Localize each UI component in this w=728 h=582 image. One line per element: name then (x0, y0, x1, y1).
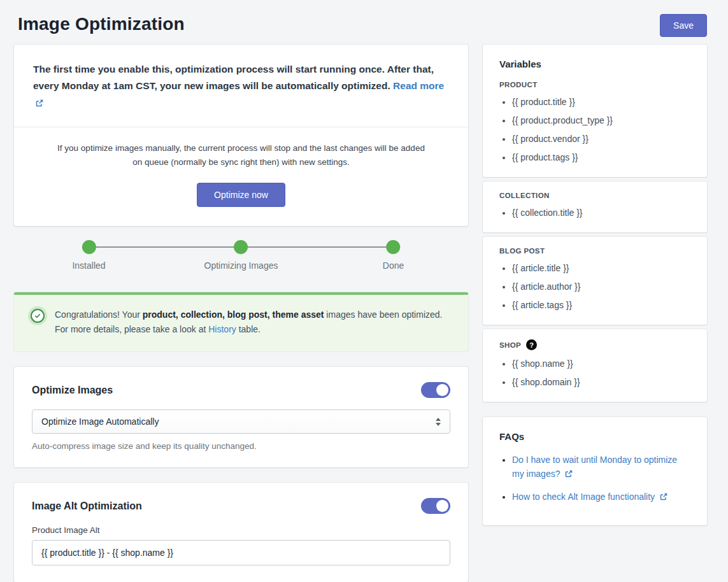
variables-group-blog-post: BLOG POST{{ article.title }}{{ article.a… (499, 247, 690, 310)
page-title: Image Optimization (18, 14, 185, 34)
variable-item: {{ product.vendor }} (512, 134, 690, 144)
banner-bold-items: product, collection, blog post, theme as… (143, 309, 324, 320)
step-label: Optimizing Images (204, 260, 278, 271)
variable-group-label: SHOP? (499, 339, 690, 350)
variable-item: {{ product.product_type }} (512, 115, 690, 125)
variable-list: {{ article.title }}{{ article.author }}{… (499, 263, 690, 310)
banner-suffix: table. (236, 324, 261, 334)
variable-item: {{ product.title }} (512, 97, 690, 107)
product-image-alt-label: Product Image Alt (32, 525, 450, 535)
shop-help-icon[interactable]: ? (526, 339, 537, 350)
banner-prefix: Congratulations! Your (55, 309, 143, 320)
variable-item: {{ article.author }} (512, 281, 690, 292)
success-check-icon (31, 309, 45, 323)
variable-item: {{ article.tags }} (512, 300, 690, 310)
variables-block: Variables PRODUCT{{ product.title }}{{ p… (483, 45, 707, 177)
optimize-mode-select[interactable]: Optimize Image Automatically (32, 409, 450, 434)
variable-item: {{ collection.title }} (512, 208, 690, 218)
variables-block: BLOG POST{{ article.title }}{{ article.a… (483, 237, 707, 325)
intro-text-body: The first time you enable this, optimiza… (33, 64, 434, 91)
variable-list: {{ shop.name }}{{ shop.domain }} (499, 358, 690, 387)
external-link-icon (660, 493, 667, 500)
main-column: The first time you enable this, optimiza… (14, 45, 468, 582)
intro-text: The first time you enable this, optimiza… (33, 61, 446, 111)
side-column: Variables PRODUCT{{ product.title }}{{ p… (483, 45, 707, 525)
intro-card-manual-section: If you optimize images manually, the cur… (14, 127, 468, 226)
variables-block: SHOP?{{ shop.name }}{{ shop.domain }} (483, 329, 707, 402)
variable-item: {{ article.title }} (512, 263, 690, 273)
image-optimization-page: Image Optimization Save The first time y… (0, 0, 728, 582)
stepper-step: Done (383, 240, 404, 271)
step-label: Installed (72, 260, 105, 271)
image-alt-card: Image Alt Optimization Product Image Alt (14, 483, 468, 582)
step-label: Done (383, 260, 404, 271)
faqs-panel: FAQs Do I have to wait until Monday to o… (483, 417, 707, 525)
variable-item: {{ product.tags }} (512, 152, 690, 162)
save-button[interactable]: Save (660, 14, 707, 37)
optimize-mode-selected-value: Optimize Image Automatically (41, 416, 159, 427)
success-banner-text: Congratulations! Your product, collectio… (55, 308, 443, 338)
history-link[interactable]: History (208, 324, 236, 334)
faq-item: How to check Alt Image functionality (512, 490, 690, 504)
variable-item: {{ shop.domain }} (512, 377, 690, 387)
manual-optimize-text: If you optimize images manually, the cur… (55, 141, 427, 170)
variables-block: COLLECTION{{ collection.title }} (483, 181, 707, 232)
faqs-title: FAQs (499, 431, 690, 442)
faq-link[interactable]: Do I have to wait until Monday to optimi… (512, 455, 677, 479)
variables-group-product: PRODUCT{{ product.title }}{{ product.pro… (499, 81, 690, 162)
stepper-step: Optimizing Images (204, 240, 278, 271)
success-banner: Congratulations! Your product, collectio… (14, 292, 468, 352)
external-link-icon (36, 99, 43, 107)
optimize-now-button[interactable]: Optimize now (197, 183, 285, 207)
variable-list: {{ product.title }}{{ product.product_ty… (499, 97, 690, 162)
external-link-icon (565, 470, 573, 478)
select-caret-icon (436, 418, 441, 426)
optimize-images-toggle[interactable] (421, 382, 450, 398)
step-dot-icon (387, 240, 401, 254)
faq-item: Do I have to wait until Monday to optimi… (512, 453, 690, 481)
variables-title: Variables (499, 59, 690, 69)
optimize-images-helper-text: Auto-compress image size and keep its qu… (32, 441, 450, 451)
step-dot-icon (82, 240, 96, 254)
progress-stepper: InstalledOptimizing ImagesDone (89, 240, 394, 280)
toggle-knob (436, 384, 448, 396)
image-alt-title: Image Alt Optimization (32, 500, 142, 512)
variable-list: {{ collection.title }} (499, 208, 690, 218)
variable-group-label: BLOG POST (499, 247, 690, 255)
faq-list: Do I have to wait until Monday to optimi… (499, 453, 690, 504)
intro-card: The first time you enable this, optimiza… (14, 45, 468, 226)
product-image-alt-input[interactable] (32, 540, 450, 565)
faq-link[interactable]: How to check Alt Image functionality (512, 492, 667, 502)
variable-group-label: PRODUCT (499, 81, 690, 89)
intro-card-top-section: The first time you enable this, optimiza… (14, 45, 468, 127)
variable-group-label: COLLECTION (499, 192, 690, 199)
toggle-knob (436, 500, 448, 512)
optimize-images-title: Optimize Images (32, 385, 113, 396)
page-header: Image Optimization Save (14, 0, 707, 45)
image-alt-toggle[interactable] (421, 498, 450, 514)
variables-group-collection: COLLECTION{{ collection.title }} (499, 192, 690, 218)
variables-group-shop: SHOP?{{ shop.name }}{{ shop.domain }} (499, 339, 690, 387)
read-more-label: Read more (393, 80, 444, 91)
variables-panel: Variables PRODUCT{{ product.title }}{{ p… (483, 45, 707, 402)
variable-item: {{ shop.name }} (512, 358, 690, 369)
optimize-images-card: Optimize Images Optimize Image Automatic… (14, 367, 468, 467)
stepper-step: Installed (72, 240, 105, 271)
step-dot-icon (234, 240, 248, 254)
